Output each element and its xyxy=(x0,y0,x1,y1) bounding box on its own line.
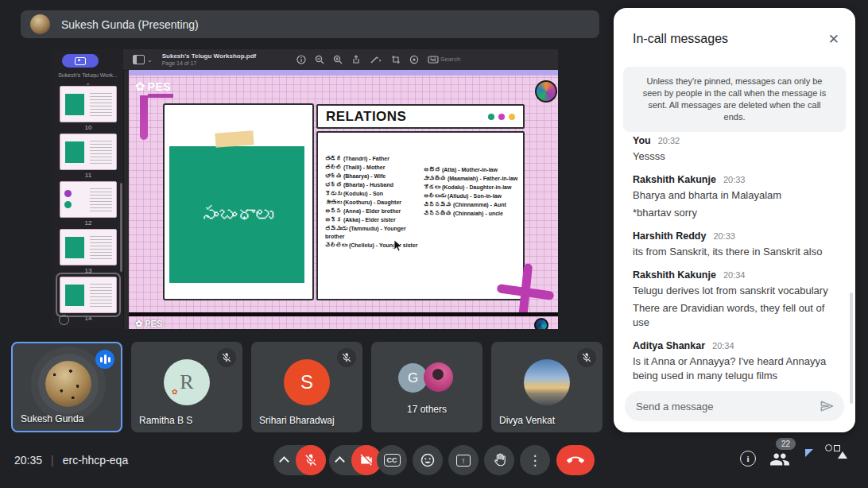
tab-sharing-indicator-pill[interactable] xyxy=(62,54,99,68)
present-icon: ↑ xyxy=(456,455,471,467)
others-count-label: 17 others xyxy=(371,404,482,415)
mic-off-icon xyxy=(337,348,356,367)
message-text: Yessss xyxy=(633,149,838,164)
message-text: Bharya and bharta in Malayalam xyxy=(633,188,838,203)
pdf-main-area: ⌄ Sukesh's Telugu Workshop.pdf Page 14 o… xyxy=(123,49,558,329)
camera-control-group xyxy=(329,445,382,475)
relations-left-column: తండ్రి (Thandri) - Father తల్లి (Thalli)… xyxy=(325,155,420,250)
info-icon: i xyxy=(740,451,756,467)
participant-name: Divya Venkat xyxy=(499,415,555,426)
pes-flower-icon: ✿ xyxy=(135,319,142,328)
chat-message-input[interactable] xyxy=(634,400,819,413)
zoom-out-icon[interactable] xyxy=(315,55,324,64)
pdf-thumbnail-13[interactable]: 13 xyxy=(60,229,117,274)
meeting-code: erc-hhcp-eqa xyxy=(63,454,129,467)
mic-mute-button[interactable] xyxy=(296,445,326,475)
pdf-search-field[interactable]: Search xyxy=(430,53,460,65)
markup-pen-icon[interactable] xyxy=(370,55,382,64)
smiley-icon xyxy=(420,452,436,468)
zoom-in-icon[interactable] xyxy=(333,55,343,64)
pdf-thumbnail-11[interactable]: 11 xyxy=(60,134,117,179)
people-panel-button[interactable] xyxy=(769,452,790,470)
message-time: 20:32 xyxy=(658,136,680,145)
mic-off-icon xyxy=(217,348,236,367)
tile-17-others[interactable]: G 17 others xyxy=(371,342,482,432)
message-time: 20:34 xyxy=(723,270,746,280)
more-vert-icon: ⋮ xyxy=(529,452,542,469)
avatar: R xyxy=(164,359,210,405)
presenter-name: Sukesh Gunda (Presenting) xyxy=(61,18,199,31)
club-logo-small xyxy=(534,318,548,329)
participant-name: Sukesh Gunda xyxy=(21,413,83,424)
divider: | xyxy=(51,454,54,467)
crop-icon[interactable] xyxy=(391,55,401,64)
message-time: 20:33 xyxy=(713,231,735,241)
share-icon[interactable] xyxy=(351,55,361,64)
mic-control-group xyxy=(273,445,326,475)
close-icon[interactable]: ✕ xyxy=(828,31,839,48)
avatar xyxy=(424,362,453,392)
slide-title-card: సంబంధాలు xyxy=(163,103,314,300)
captions-button[interactable]: CC xyxy=(377,445,407,475)
participant-name: Ramitha B S xyxy=(139,415,192,426)
avatar xyxy=(524,359,570,405)
hand-icon xyxy=(492,453,506,467)
magenta-cross-doodle xyxy=(490,269,554,312)
tape-decoration xyxy=(215,130,254,147)
meet-call-screen: Sukesh Gunda (Presenting) Sukesh's Telug… xyxy=(0,0,868,488)
sidebar-scrollbar[interactable] xyxy=(120,183,122,272)
pdf-page-indicator: Page 14 of 17 xyxy=(162,60,257,67)
tile-sukesh-gunda[interactable]: Sukesh Gunda xyxy=(11,342,122,432)
green-sticky-note: సంబంధాలు xyxy=(169,146,304,283)
raise-hand-button[interactable] xyxy=(484,445,514,475)
slide-page-14: ✿ PES సంబంధాలు RELATIONS xyxy=(129,70,558,312)
presenting-banner: Sukesh Gunda (Presenting) xyxy=(21,10,599,38)
message-sender: Rakshith Kakunje xyxy=(633,269,716,281)
info-icon[interactable] xyxy=(296,55,306,64)
pdf-thumbnail-14-selected[interactable]: 14 xyxy=(60,277,117,322)
message-text: Telugu derives lot from sanskrit vocabul… xyxy=(633,284,838,298)
tile-ramitha-b-s[interactable]: R Ramitha B S xyxy=(131,342,242,432)
chat-composer xyxy=(625,391,844,421)
screen-share-icon xyxy=(75,57,86,65)
chat-panel-title: In-call messages xyxy=(633,32,728,46)
message-sender: Harshith Reddy xyxy=(633,230,706,242)
mic-options-chevron[interactable] xyxy=(281,456,288,463)
tile-divya-venkat[interactable]: Divya Venkat xyxy=(491,342,603,432)
message-text: its from Sanskrit, its there in Sanskrit… xyxy=(633,245,838,259)
chevron-down-icon[interactable]: ⌄ xyxy=(147,56,153,64)
message-sender: Aditya Shankar xyxy=(633,340,705,351)
message-sender: You xyxy=(633,135,651,146)
tile-srihari-bharadwaj[interactable]: S Srihari Bharadwaj xyxy=(251,342,362,432)
people-icon xyxy=(769,452,790,467)
chat-message: Rakshith Kakunje20:34 Telugu derives lot… xyxy=(633,269,838,330)
pdf-toolbar: ⌄ Sukesh's Telugu Workshop.pdf Page 14 o… xyxy=(123,49,558,71)
slide-page-15-peek: ✿ PES xyxy=(129,316,558,329)
send-icon[interactable] xyxy=(819,398,835,414)
relations-heading-card: RELATIONS xyxy=(316,104,525,129)
camera-options-chevron[interactable] xyxy=(336,456,343,463)
meeting-details-button[interactable]: i xyxy=(740,451,756,467)
present-screen-button[interactable]: ↑ xyxy=(448,445,479,475)
end-call-button[interactable] xyxy=(556,445,595,475)
chat-message-list: You20:32 Yessss Rakshith Kakunje20:33 Bh… xyxy=(633,135,838,383)
more-options-button[interactable]: ⋮ xyxy=(520,445,550,475)
sidebar-toggle-icon[interactable] xyxy=(133,55,145,64)
reactions-button[interactable] xyxy=(413,445,443,475)
clock-time: 20:35 xyxy=(14,454,42,467)
participants-count-badge: 22 xyxy=(776,438,796,450)
call-end-icon xyxy=(567,451,584,469)
pdf-thumbnail-10[interactable]: 10 xyxy=(60,86,117,131)
chat-scrollbar[interactable] xyxy=(850,292,853,404)
redact-circle-icon[interactable] xyxy=(409,55,419,64)
participant-name: Srihari Bharadwaj xyxy=(259,415,335,426)
sidebar-zoom-icon[interactable] xyxy=(59,315,69,325)
chat-message: Harshith Reddy20:33 its from Sanskrit, i… xyxy=(633,230,838,259)
magenta-ribbon xyxy=(140,95,148,140)
relations-right-column: అత్త (Atta) - Mother-in-law మామయ్య (Maam… xyxy=(424,166,521,219)
pdf-doc-title: Sukesh's Telugu Workshop.pdf xyxy=(162,52,257,60)
mic-off-icon xyxy=(577,348,596,367)
pdf-thumbnail-12[interactable]: 12 xyxy=(60,181,117,227)
message-time: 20:33 xyxy=(723,175,746,184)
presenter-avatar xyxy=(30,14,50,34)
